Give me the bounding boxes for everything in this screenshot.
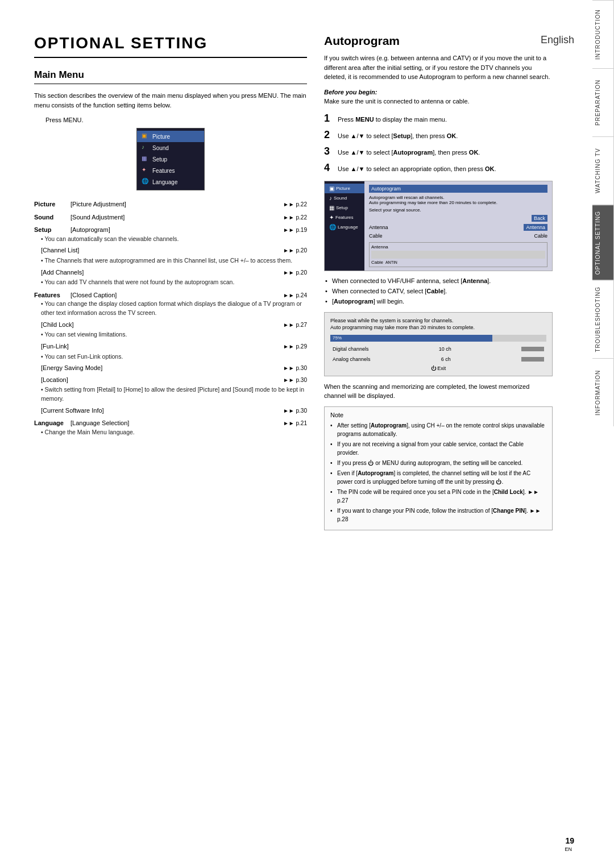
side-tab-preparation[interactable]: PREPARATION: [592, 68, 614, 136]
addchannels-bullet: • You can add TV channels that were not …: [41, 278, 307, 287]
language-item-selection: [Language Selection]: [70, 418, 273, 428]
location-name: [Location]: [41, 375, 276, 385]
menu-entry-language: Language [Language Selection] ►► p.21 • …: [34, 418, 307, 437]
note-list: After setting [Autoprogram], using CH +/…: [330, 421, 546, 524]
autoprog-right-panel: Autoprogram Autoprogram will rescan all …: [364, 181, 552, 271]
autoprog-language-label: Language: [338, 225, 358, 230]
page-number-sub: EN: [565, 846, 572, 852]
autoprog-option-cable: Cable: [534, 233, 547, 239]
autoprog-setup-icon: ▦: [329, 205, 334, 211]
energysaving-page: ►► p.30: [276, 364, 307, 372]
autoprogram-title: Autoprogram: [324, 34, 553, 48]
main-content: OPTIONAL SETTING Main Menu This section …: [0, 0, 592, 564]
menu-entry-row-features: Features [Closed Caption] ►► p.24: [34, 290, 307, 300]
side-tab-watching-tv[interactable]: WATCHING TV: [592, 136, 614, 205]
autoprog-features-label: Features: [335, 215, 354, 220]
analog-channel-bar: [521, 357, 544, 362]
menu-table: Picture [Picture Adjustment] ►► p.22 Sou…: [34, 200, 307, 437]
sub-item-channellist: [Channel List] ►► p.20: [41, 246, 307, 255]
autoprog-antenna-label: Antenna: [371, 244, 545, 250]
progress-screenshot: Please wait while the system is scanning…: [324, 312, 553, 376]
bullets-after-screenshot: When connected to VHF/UHF antenna, selec…: [324, 277, 553, 306]
autoprog-option-row-antenna: Antenna Antenna: [369, 224, 547, 231]
channellist-bullet: • The Channels that were autoprogrammed …: [41, 256, 307, 265]
step-text-1: Press MENU to display the main menu.: [338, 115, 447, 124]
note-item-5: The PIN code will be required once you s…: [330, 488, 546, 505]
menu-entry-setup: Setup [Autoprogram] ►► p.19 • You can au…: [34, 225, 307, 287]
autoprog-title-bar: Autoprogram: [369, 185, 547, 193]
channellist-name: [Channel List]: [41, 246, 276, 255]
setup-icon: ▦: [142, 155, 150, 163]
menu-row-sound: ♪ Sound: [137, 142, 204, 153]
note-item-3: If you press ⏻ or MENU during autoprogra…: [330, 459, 546, 467]
autoprog-sound-label: Sound: [334, 196, 347, 201]
closedcaption-bullet: • You can change the display closed capt…: [41, 300, 307, 318]
before-begin-label: Before you begin:: [324, 89, 553, 95]
menu-label-language: Language: [152, 179, 178, 185]
intro-text: This section describes the overview of t…: [34, 91, 307, 110]
menu-image-container: ▣ Picture ♪ Sound ▦ Setup ✦: [34, 128, 307, 190]
left-column: OPTIONAL SETTING Main Menu This section …: [34, 34, 307, 530]
step-text-2: Use ▲/▼ to select [Setup], then press OK…: [338, 131, 458, 141]
language-bullet: • Change the Main Menu language.: [41, 428, 307, 437]
autoprog-option-antenna: Antenna: [524, 224, 547, 231]
picture-icon: ▣: [142, 132, 150, 140]
menu-entry-row-language: Language [Language Selection] ►► p.21: [34, 418, 307, 428]
sub-item-funlink: [Fun-Link] ►► p.29: [41, 342, 307, 351]
side-tab-troubleshooting[interactable]: TROUBLESHOOTING: [592, 280, 614, 358]
bullet-antenna: When connected to VHF/UHF antenna, selec…: [324, 277, 553, 285]
side-tabs: INTRODUCTION PREPARATION WATCHING TV OPT…: [592, 0, 614, 868]
category-sound: Sound: [34, 213, 68, 222]
autoprog-cable-label2: Cable: [371, 260, 383, 265]
menu-entry-row-setup: Setup [Autoprogram] ►► p.19: [34, 225, 307, 235]
autoprogram-intro: If you switch wires (e.g. between antenn…: [324, 53, 553, 82]
note-item-4: Even if [Autoprogram] is completed, the …: [330, 469, 546, 486]
right-column: Autoprogram If you switch wires (e.g. be…: [324, 34, 553, 530]
bullet-begin: [Autoprogram] will begin.: [324, 297, 553, 306]
autoprog-label-antenna: Antenna: [369, 225, 388, 230]
autoprog-menu-sound: ♪ Sound: [325, 193, 364, 203]
menu-label-sound: Sound: [152, 145, 169, 151]
autoprog-setup-label: Setup: [336, 205, 348, 210]
side-tab-introduction[interactable]: INTRODUCTION: [592, 0, 614, 68]
channellist-page: ►► p.20: [276, 246, 307, 255]
step-text-3: Use ▲/▼ to select [Autoprogram], then pr…: [338, 148, 480, 157]
autoprog-antennain-label: ANTIN: [385, 260, 397, 264]
funlink-name: [Fun-Link]: [41, 342, 276, 351]
autoprog-cable-row: Cable ANTIN: [371, 260, 545, 265]
location-bullet: • Switch setting from [Retail] to [Home]…: [41, 385, 307, 404]
category-picture: Picture: [34, 200, 68, 209]
picture-item-name: [Picture Adjustment]: [70, 200, 273, 209]
autoprog-sound-icon: ♪: [329, 195, 332, 201]
press-menu-line: Press MENU.: [45, 117, 307, 123]
step-number-1: 1: [324, 113, 338, 124]
sub-item-childlock: [Child Lock] ►► p.27: [41, 320, 307, 330]
two-col-layout: OPTIONAL SETTING Main Menu This section …: [34, 34, 553, 530]
exit-row: ⏻ Exit: [330, 366, 546, 371]
funlink-page: ►► p.29: [276, 342, 307, 351]
location-page: ►► p.30: [276, 376, 307, 384]
menu-entry-features: Features [Closed Caption] ►► p.24 • You …: [34, 290, 307, 416]
note-section: Note After setting [Autoprogram], using …: [324, 406, 553, 530]
menu-label-picture: Picture: [152, 134, 170, 140]
progress-percent: 75%: [333, 335, 342, 342]
side-tab-optional-setting[interactable]: OPTIONAL SETTING: [592, 205, 614, 280]
autoprog-features-icon: ✦: [329, 214, 334, 221]
picture-page-ref: ►► p.22: [276, 200, 307, 209]
page-number: 19: [565, 836, 574, 845]
menu-entry-picture: Picture [Picture Adjustment] ►► p.22: [34, 200, 307, 209]
childlock-name: [Child Lock]: [41, 320, 276, 330]
menu-label-features: Features: [152, 168, 175, 174]
autoprog-option-row-cable: Cable Cable: [369, 233, 547, 239]
step-number-4: 4: [324, 162, 338, 174]
step-number-3: 3: [324, 146, 338, 157]
progress-bar-container: 75%: [330, 335, 546, 342]
side-tab-information[interactable]: INFORMATION: [592, 358, 614, 426]
menu-entry-row-picture: Picture [Picture Adjustment] ►► p.22: [34, 200, 307, 209]
autoprog-picture-icon: ▣: [329, 185, 334, 192]
menu-row-setup: ▦ Setup: [137, 153, 204, 165]
sound-icon: ♪: [142, 144, 150, 152]
main-title: OPTIONAL SETTING: [34, 34, 307, 58]
autoprog-menu-features: ✦ Features: [325, 213, 364, 222]
energysaving-name: [Energy Saving Mode]: [41, 363, 276, 373]
